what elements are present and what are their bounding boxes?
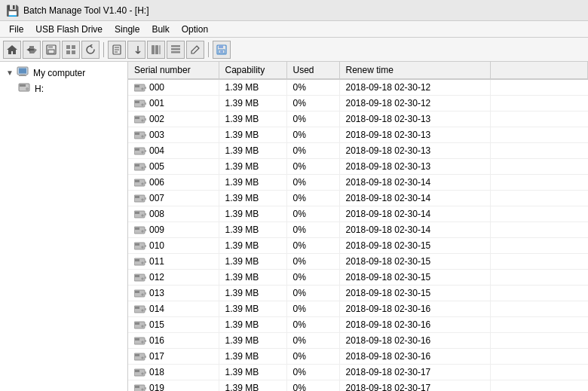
svg-rect-89 bbox=[135, 322, 139, 325]
col-header-renew[interactable]: Renew time bbox=[339, 62, 490, 79]
svg-rect-95 bbox=[145, 340, 146, 342]
cell-capability: 1.39 MB bbox=[219, 254, 286, 270]
menu-item-option[interactable]: Option bbox=[176, 23, 214, 36]
cell-serial: 004 bbox=[128, 143, 219, 159]
svg-point-94 bbox=[142, 341, 143, 342]
title-bar: 💾 Batch Manage Tool V1.40 - [H:] bbox=[0, 0, 588, 21]
toolbar-updown-button[interactable] bbox=[127, 41, 145, 59]
table-row[interactable]: 015 1.39 MB0%2018-09-18 02-30-16 bbox=[128, 317, 588, 333]
cell-renew: 2018-09-18 02-30-14 bbox=[339, 175, 490, 191]
svg-rect-22 bbox=[19, 69, 26, 74]
table-row[interactable]: 014 1.39 MB0%2018-09-18 02-30-16 bbox=[128, 301, 588, 317]
cell-renew: 2018-09-18 02-30-17 bbox=[339, 380, 490, 392]
col-header-serial[interactable]: Serial number bbox=[128, 62, 219, 79]
cell-used: 0% bbox=[286, 79, 339, 96]
svg-point-106 bbox=[142, 388, 143, 389]
svg-rect-103 bbox=[145, 371, 146, 374]
table-row[interactable]: 002 1.39 MB0%2018-09-18 02-30-13 bbox=[128, 111, 588, 127]
svg-rect-15 bbox=[171, 48, 180, 50]
cell-serial: 005 bbox=[128, 159, 219, 175]
col-header-used[interactable]: Used bbox=[286, 62, 339, 79]
svg-rect-83 bbox=[145, 292, 146, 295]
cell-serial: 015 bbox=[128, 317, 219, 333]
cell-serial: 008 bbox=[128, 206, 219, 222]
svg-rect-97 bbox=[135, 354, 139, 356]
table-row[interactable]: 016 1.39 MB0%2018-09-18 02-30-16 bbox=[128, 333, 588, 349]
toolbar-format-button[interactable] bbox=[108, 41, 126, 59]
svg-point-38 bbox=[142, 119, 143, 121]
cell-serial: 012 bbox=[128, 270, 219, 286]
table-row[interactable]: 018 1.39 MB0%2018-09-18 02-30-17 bbox=[128, 365, 588, 380]
sidebar-my-computer[interactable]: ▼ My computer bbox=[3, 65, 124, 81]
table-row[interactable]: 004 1.39 MB0%2018-09-18 02-30-13 bbox=[128, 143, 588, 159]
svg-rect-37 bbox=[135, 117, 139, 119]
toolbar-refresh-button[interactable] bbox=[81, 41, 100, 59]
table-row[interactable]: 009 1.39 MB0%2018-09-18 02-30-14 bbox=[128, 222, 588, 238]
toolbar-separator-1 bbox=[103, 42, 104, 57]
svg-rect-65 bbox=[135, 228, 139, 230]
table-row[interactable]: 008 1.39 MB0%2018-09-18 02-30-14 bbox=[128, 206, 588, 222]
toolbar-columns-button[interactable] bbox=[147, 41, 165, 59]
toolbar-edit-button[interactable] bbox=[186, 41, 204, 59]
svg-rect-6 bbox=[72, 50, 75, 54]
svg-rect-29 bbox=[135, 85, 139, 87]
app-icon: 💾 bbox=[6, 5, 19, 17]
toolbar bbox=[0, 38, 588, 62]
svg-rect-2 bbox=[48, 50, 54, 53]
svg-rect-49 bbox=[135, 164, 139, 166]
table-row[interactable]: 012 1.39 MB0%2018-09-18 02-30-15 bbox=[128, 270, 588, 286]
cell-used: 0% bbox=[286, 175, 339, 191]
table-row[interactable]: 011 1.39 MB0%2018-09-18 02-30-15 bbox=[128, 254, 588, 270]
svg-point-98 bbox=[142, 356, 143, 358]
table-row[interactable]: 013 1.39 MB0%2018-09-18 02-30-15 bbox=[128, 286, 588, 301]
cell-serial: 003 bbox=[128, 127, 219, 143]
toolbar-list-button[interactable] bbox=[167, 41, 185, 59]
toolbar-grid-button[interactable] bbox=[62, 41, 80, 59]
svg-rect-107 bbox=[145, 387, 146, 389]
svg-rect-73 bbox=[135, 259, 139, 261]
table-row[interactable]: 003 1.39 MB0%2018-09-18 02-30-13 bbox=[128, 127, 588, 143]
svg-rect-18 bbox=[219, 45, 223, 48]
toolbar-save-button[interactable] bbox=[42, 41, 60, 59]
menu-item-single[interactable]: Single bbox=[109, 23, 145, 36]
cell-used: 0% bbox=[286, 254, 339, 270]
cell-renew: 2018-09-18 02-30-15 bbox=[339, 270, 490, 286]
svg-point-62 bbox=[142, 214, 143, 215]
cell-renew: 2018-09-18 02-30-15 bbox=[339, 238, 490, 254]
svg-rect-53 bbox=[135, 180, 139, 182]
menu-item-file[interactable]: File bbox=[3, 23, 29, 36]
drive-icon bbox=[18, 82, 32, 95]
table-row[interactable]: 017 1.39 MB0%2018-09-18 02-30-16 bbox=[128, 349, 588, 365]
svg-rect-93 bbox=[135, 338, 139, 341]
svg-rect-69 bbox=[135, 243, 139, 246]
svg-rect-12 bbox=[155, 45, 158, 54]
svg-point-42 bbox=[142, 135, 143, 136]
col-header-capability[interactable]: Capability bbox=[219, 62, 286, 79]
toolbar-home-button[interactable] bbox=[3, 41, 21, 59]
table-row[interactable]: 005 1.39 MB0%2018-09-18 02-30-13 bbox=[128, 159, 588, 175]
cell-serial: 018 bbox=[128, 365, 219, 380]
cell-capability: 1.39 MB bbox=[219, 96, 286, 111]
sidebar-drive-h[interactable]: H: bbox=[3, 81, 124, 96]
table-row[interactable]: 019 1.39 MB0%2018-09-18 02-30-17 bbox=[128, 380, 588, 392]
cell-used: 0% bbox=[286, 380, 339, 392]
toolbar-savefile-button[interactable] bbox=[213, 41, 231, 59]
menu-item-usb-flash-drive[interactable]: USB Flash Drive bbox=[29, 23, 109, 36]
cell-capability: 1.39 MB bbox=[219, 159, 286, 175]
table-row[interactable]: 000 1.39 MB0%2018-09-18 02-30-12 bbox=[128, 79, 588, 96]
svg-rect-79 bbox=[145, 276, 146, 279]
cell-renew: 2018-09-18 02-30-14 bbox=[339, 222, 490, 238]
cell-serial: 013 bbox=[128, 286, 219, 301]
cell-renew: 2018-09-18 02-30-16 bbox=[339, 317, 490, 333]
menu-item-bulk[interactable]: Bulk bbox=[145, 23, 175, 36]
table-row[interactable]: 007 1.39 MB0%2018-09-18 02-30-14 bbox=[128, 191, 588, 206]
svg-rect-41 bbox=[135, 133, 139, 135]
cell-renew: 2018-09-18 02-30-16 bbox=[339, 333, 490, 349]
cell-used: 0% bbox=[286, 143, 339, 159]
table-row[interactable]: 010 1.39 MB0%2018-09-18 02-30-15 bbox=[128, 238, 588, 254]
table-row[interactable]: 001 1.39 MB0%2018-09-18 02-30-12 bbox=[128, 96, 588, 111]
table-row[interactable]: 006 1.39 MB0%2018-09-18 02-30-14 bbox=[128, 175, 588, 191]
toolbar-back-button[interactable] bbox=[23, 41, 41, 59]
svg-rect-57 bbox=[135, 196, 139, 198]
svg-rect-91 bbox=[145, 324, 146, 326]
